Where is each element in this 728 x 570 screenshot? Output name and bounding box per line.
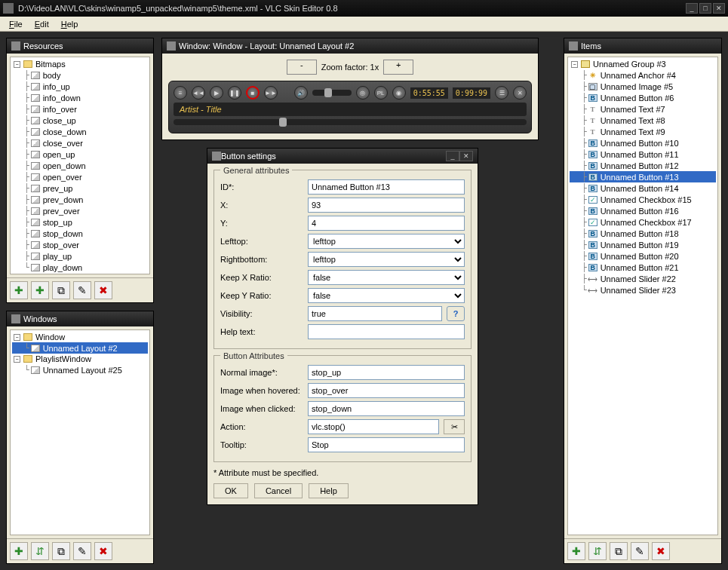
menu-edit[interactable]: Edit xyxy=(30,18,54,30)
tree-item[interactable]: └Unnamed Layout #2 xyxy=(12,342,148,354)
tree-item[interactable]: ├BUnnamed Button #14 xyxy=(570,182,716,194)
skin-stop-button[interactable]: ■ xyxy=(246,86,260,100)
menu-help[interactable]: Help xyxy=(57,18,83,30)
skin-close-button[interactable]: ✕ xyxy=(513,86,527,100)
resources-copy-button[interactable]: ⧉ xyxy=(52,281,70,299)
skin-eq-button[interactable]: ◎ xyxy=(356,86,370,100)
tree-item[interactable]: −PlaylistWindow xyxy=(12,354,148,364)
tree-item[interactable]: ├info_over xyxy=(12,103,148,115)
tree-item[interactable]: ├open_over xyxy=(12,171,148,182)
resources-edit-button[interactable]: ✎ xyxy=(73,281,91,299)
tree-item[interactable]: ├BUnnamed Button #12 xyxy=(570,160,716,171)
zoom-out-button[interactable]: - xyxy=(287,60,317,75)
resources-add-sub-button[interactable]: ✚ xyxy=(31,281,49,299)
tree-item[interactable]: ├BUnnamed Button #20 xyxy=(570,250,716,262)
tree-item[interactable]: ├▢Unnamed Image #5 xyxy=(570,81,716,92)
tree-item[interactable]: ├TUnnamed Text #8 xyxy=(570,115,716,126)
skin-vol-slider[interactable] xyxy=(312,90,352,96)
ok-button[interactable]: OK xyxy=(213,483,248,498)
select-keepx[interactable]: false xyxy=(308,270,465,285)
tree-item[interactable]: ├prev_up xyxy=(12,182,148,194)
skin-preview[interactable]: ≡ ◄◄ ▶ ❚❚ ■ ►► 🔊 ◎ PL ◉ 0:55:55 0:99:99 xyxy=(168,81,532,133)
skin-seek-slider[interactable] xyxy=(174,119,527,125)
menu-file[interactable]: File xyxy=(5,18,27,30)
tree-item[interactable]: ├info_down xyxy=(12,92,148,103)
tree-item[interactable]: ├BUnnamed Button #6 xyxy=(570,92,716,103)
skin-info-button[interactable]: ☰ xyxy=(495,86,508,100)
skin-ml-button[interactable]: ◉ xyxy=(392,86,406,100)
items-add-button[interactable]: ✚ xyxy=(567,542,585,560)
tree-item[interactable]: ├BUnnamed Button #19 xyxy=(570,239,716,250)
skin-next-button[interactable]: ►► xyxy=(264,86,278,100)
tree-item[interactable]: ├TUnnamed Text #9 xyxy=(570,126,716,137)
skin-prev-button[interactable]: ◄◄ xyxy=(192,86,205,100)
help-button[interactable]: Help xyxy=(309,483,349,498)
tree-item[interactable]: ├BUnnamed Button #10 xyxy=(570,137,716,149)
tree-item[interactable]: ├prev_over xyxy=(12,205,148,216)
tree-item[interactable]: ├close_down xyxy=(12,126,148,137)
tree-root[interactable]: −Bitmaps xyxy=(12,59,148,69)
resources-add-button[interactable]: ✚ xyxy=(10,281,28,299)
input-action[interactable] xyxy=(308,419,439,434)
skin-pause-button[interactable]: ❚❚ xyxy=(228,86,241,100)
input-hover[interactable] xyxy=(308,383,465,398)
tree-item[interactable]: ├BUnnamed Button #21 xyxy=(570,262,716,273)
select-rightbottom[interactable]: lefttop xyxy=(308,252,465,267)
input-helptext[interactable] xyxy=(308,324,465,339)
input-visibility[interactable] xyxy=(308,306,442,321)
input-click[interactable] xyxy=(308,401,465,416)
input-tooltip[interactable] xyxy=(308,437,465,452)
tree-item[interactable]: ├body xyxy=(12,69,148,81)
skin-play-button[interactable]: ▶ xyxy=(210,86,223,100)
tree-item[interactable]: └Unnamed Layout #25 xyxy=(12,364,148,375)
items-edit-button[interactable]: ✎ xyxy=(631,542,649,560)
tree-item[interactable]: ├close_up xyxy=(12,115,148,126)
tree-item[interactable]: ├info_up xyxy=(12,81,148,92)
select-lefttop[interactable]: lefttop xyxy=(308,234,465,249)
windows-copy-button[interactable]: ⧉ xyxy=(52,542,70,560)
items-copy-button[interactable]: ⧉ xyxy=(610,542,628,560)
tree-item[interactable]: ├BUnnamed Button #13 xyxy=(570,171,716,182)
skin-pl-button[interactable]: PL xyxy=(374,86,388,100)
visibility-help-button[interactable]: ? xyxy=(447,306,465,321)
input-y[interactable] xyxy=(308,216,465,231)
tree-item[interactable]: ├prev_down xyxy=(12,194,148,205)
input-id[interactable] xyxy=(308,179,465,195)
input-x[interactable] xyxy=(308,198,465,213)
tree-item[interactable]: ├open_up xyxy=(12,149,148,160)
tree-root[interactable]: −Unnamed Group #3 xyxy=(570,59,716,69)
windows-dup-button[interactable]: ⇵ xyxy=(31,542,49,560)
tree-item[interactable]: ├BUnnamed Button #18 xyxy=(570,228,716,239)
tree-item[interactable]: ├✳Unnamed Anchor #4 xyxy=(570,69,716,81)
zoom-in-button[interactable]: + xyxy=(383,60,413,75)
cancel-button[interactable]: Cancel xyxy=(254,483,303,498)
tree-item[interactable]: ├stop_down xyxy=(12,228,148,239)
windows-edit-button[interactable]: ✎ xyxy=(73,542,91,560)
tree-item[interactable]: ├stop_up xyxy=(12,216,148,228)
tree-item[interactable]: └⟷Unnamed Slider #23 xyxy=(570,284,716,296)
resources-delete-button[interactable]: ✖ xyxy=(94,281,112,299)
skin-vol-button[interactable]: 🔊 xyxy=(294,86,308,100)
items-delete-button[interactable]: ✖ xyxy=(652,542,670,560)
windows-add-button[interactable]: ✚ xyxy=(10,542,28,560)
select-keepy[interactable]: false xyxy=(308,288,465,303)
tree-item[interactable]: ├⟷Unnamed Slider #22 xyxy=(570,273,716,284)
skin-menu-button[interactable]: ≡ xyxy=(174,86,187,100)
tree-item[interactable]: −Window xyxy=(12,332,148,342)
settings-min-button[interactable]: _ xyxy=(446,151,459,161)
windows-delete-button[interactable]: ✖ xyxy=(94,542,112,560)
minimize-button[interactable]: _ xyxy=(686,3,698,14)
items-tree[interactable]: −Unnamed Group #3├✳Unnamed Anchor #4├▢Un… xyxy=(567,57,718,535)
tree-item[interactable]: ├stop_over xyxy=(12,239,148,250)
input-normal[interactable] xyxy=(308,365,465,380)
settings-close-button[interactable]: ✕ xyxy=(459,151,473,161)
tree-item[interactable]: ├play_up xyxy=(12,250,148,262)
tree-item[interactable]: └play_down xyxy=(12,262,148,273)
tree-item[interactable]: ├BUnnamed Button #16 xyxy=(570,205,716,216)
tree-item[interactable]: ├BUnnamed Button #11 xyxy=(570,149,716,160)
maximize-button[interactable]: □ xyxy=(699,3,711,14)
tree-item[interactable]: ├open_down xyxy=(12,160,148,171)
items-move-button[interactable]: ⇵ xyxy=(588,542,607,560)
resources-tree[interactable]: −Bitmaps├body├info_up├info_down├info_ove… xyxy=(10,57,150,274)
tree-item[interactable]: ├close_over xyxy=(12,137,148,149)
